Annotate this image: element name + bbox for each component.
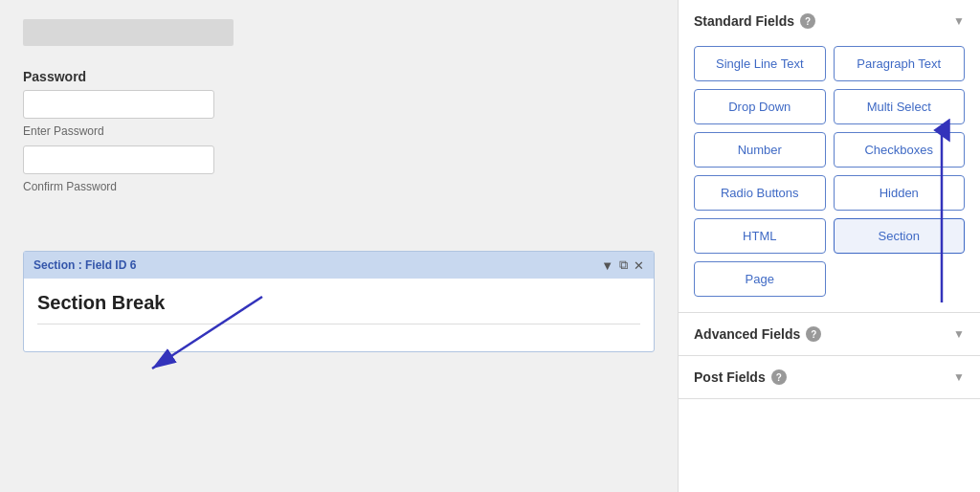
standard-fields-chevron: ▼ <box>953 14 965 28</box>
drop-down-button[interactable]: Drop Down <box>694 89 826 124</box>
password-label: Password <box>23 69 655 84</box>
post-fields-section: Post Fields ? ▼ <box>679 356 980 399</box>
advanced-fields-help-icon[interactable]: ? <box>806 326 821 342</box>
top-field-placeholder <box>23 19 234 46</box>
section-break-title: Section Break <box>37 292 640 314</box>
standard-fields-header[interactable]: Standard Fields ? ▼ <box>679 0 980 42</box>
radio-buttons-button[interactable]: Radio Buttons <box>694 175 826 211</box>
hidden-button[interactable]: Hidden <box>834 175 966 211</box>
advanced-fields-section: Advanced Fields ? ▼ <box>679 313 980 356</box>
post-fields-title: Post Fields ? <box>694 369 787 385</box>
confirm-password-hint: Confirm Password <box>23 180 655 193</box>
post-fields-help-icon[interactable]: ? <box>771 369 787 385</box>
fields-panel: Standard Fields ? ▼ Single Line Text Par… <box>678 0 980 492</box>
section-button[interactable]: Section <box>834 218 966 254</box>
form-builder-canvas: Password Enter Password Confirm Password… <box>0 0 678 492</box>
standard-fields-section: Standard Fields ? ▼ Single Line Text Par… <box>679 0 980 313</box>
section-body: Section Break <box>24 279 654 351</box>
password-input[interactable] <box>23 90 214 119</box>
post-fields-chevron: ▼ <box>953 370 965 384</box>
paragraph-text-button[interactable]: Paragraph Text <box>834 46 966 81</box>
section-header-bar: Section : Field ID 6 ▼ ⧉ ✕ <box>24 252 654 279</box>
page-button[interactable]: Page <box>694 261 826 297</box>
standard-fields-title: Standard Fields ? <box>694 13 815 29</box>
multi-select-button[interactable]: Multi Select <box>834 89 966 124</box>
copy-icon[interactable]: ⧉ <box>619 257 628 273</box>
standard-fields-grid: Single Line Text Paragraph Text Drop Dow… <box>679 42 980 312</box>
empty-cell <box>834 261 966 297</box>
html-button[interactable]: HTML <box>694 218 826 254</box>
advanced-fields-title: Advanced Fields ? <box>694 326 821 342</box>
delete-icon[interactable]: ✕ <box>634 258 644 273</box>
standard-fields-help-icon[interactable]: ? <box>800 13 815 29</box>
password-field-group: Password Enter Password Confirm Password <box>23 69 655 193</box>
collapse-icon[interactable]: ▼ <box>601 258 613 273</box>
number-button[interactable]: Number <box>694 132 826 168</box>
enter-password-hint: Enter Password <box>23 124 655 138</box>
section-underline <box>37 324 640 324</box>
confirm-password-input[interactable] <box>23 145 214 174</box>
advanced-fields-header[interactable]: Advanced Fields ? ▼ <box>679 313 980 355</box>
advanced-fields-chevron: ▼ <box>953 327 965 341</box>
section-break-widget: Section : Field ID 6 ▼ ⧉ ✕ Section Break <box>23 251 655 352</box>
post-fields-header[interactable]: Post Fields ? ▼ <box>679 356 980 398</box>
section-actions: ▼ ⧉ ✕ <box>601 257 644 273</box>
section-field-id: Section : Field ID 6 <box>33 258 136 272</box>
checkboxes-button[interactable]: Checkboxes <box>834 132 966 168</box>
single-line-text-button[interactable]: Single Line Text <box>694 46 826 81</box>
